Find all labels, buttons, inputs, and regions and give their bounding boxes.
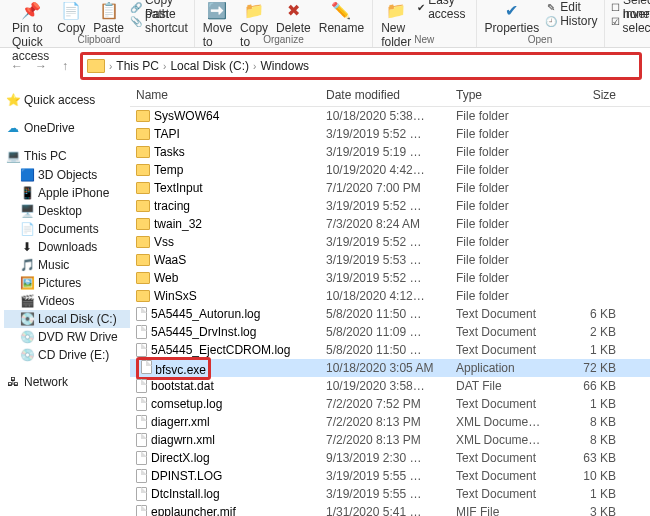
highlight-box: bfsvc.exe	[136, 357, 211, 380]
file-row[interactable]: Temp10/19/2020 4:42…File folder	[130, 161, 650, 179]
file-row[interactable]: DtcInstall.log3/19/2019 5:55 …Text Docum…	[130, 485, 650, 503]
edit-button[interactable]: ✎Edit	[545, 0, 597, 14]
properties-button[interactable]: ✔Properties	[483, 0, 542, 35]
file-name: tracing	[154, 199, 190, 213]
sidebar-item-label: 3D Objects	[38, 168, 97, 182]
file-name: DirectX.log	[151, 451, 210, 465]
breadcrumb-item[interactable]: Windows	[260, 59, 309, 73]
file-row[interactable]: TAPI3/19/2019 5:52 …File folder	[130, 125, 650, 143]
sidebar-item[interactable]: 🎬Videos	[4, 292, 130, 310]
col-date[interactable]: Date modified	[326, 88, 456, 102]
chevron-right-icon[interactable]: ›	[251, 61, 258, 72]
copy-button[interactable]: 📄Copy	[55, 0, 87, 35]
history-button[interactable]: 🕘History	[545, 14, 597, 28]
delete-button[interactable]: ✖Delete	[274, 0, 313, 35]
sidebar-item[interactable]: 🖼️Pictures	[4, 274, 130, 292]
cell-date: 5/8/2020 11:50 …	[326, 307, 456, 321]
rename-icon: ✏️	[331, 0, 351, 20]
sidebar-item[interactable]: 🟦3D Objects	[4, 166, 130, 184]
sidebar-item[interactable]: 🖥️Desktop	[4, 202, 130, 220]
file-row[interactable]: SysWOW6410/18/2020 5:38…File folder	[130, 107, 650, 125]
folder-icon	[136, 218, 150, 230]
file-row[interactable]: Tasks3/19/2019 5:19 …File folder	[130, 143, 650, 161]
sidebar-thispc[interactable]: 💻This PC	[4, 146, 130, 166]
chevron-right-icon[interactable]: ›	[107, 61, 114, 72]
file-icon	[136, 307, 147, 321]
paste-button[interactable]: 📋Paste	[91, 0, 126, 35]
file-row[interactable]: diagwrn.xml7/2/2020 8:13 PMXML Docume…8 …	[130, 431, 650, 449]
cell-type: File folder	[456, 271, 556, 285]
file-row[interactable]: twain_327/3/2020 8:24 AMFile folder	[130, 215, 650, 233]
easyaccess-icon: ✔	[417, 1, 425, 13]
cell-date: 7/2/2020 7:52 PM	[326, 397, 456, 411]
file-row[interactable]: WaaS3/19/2019 5:53 …File folder	[130, 251, 650, 269]
sidebar-item[interactable]: 📱Apple iPhone	[4, 184, 130, 202]
file-name: SysWOW64	[154, 109, 219, 123]
easyaccess-button[interactable]: ✔Easy access	[417, 0, 469, 14]
file-row[interactable]: WinSxS10/18/2020 4:12…File folder	[130, 287, 650, 305]
chevron-right-icon[interactable]: ›	[161, 61, 168, 72]
breadcrumb-item[interactable]: Local Disk (C:)	[170, 59, 249, 73]
sidebar-item[interactable]: 💽Local Disk (C:)	[4, 310, 130, 328]
forward-button[interactable]: →	[32, 57, 50, 75]
file-row[interactable]: Vss3/19/2019 5:52 …File folder	[130, 233, 650, 251]
col-size[interactable]: Size	[556, 88, 616, 102]
file-row[interactable]: 5A5445_Autorun.log5/8/2020 11:50 …Text D…	[130, 305, 650, 323]
file-row[interactable]: tracing3/19/2019 5:52 …File folder	[130, 197, 650, 215]
breadcrumb[interactable]: › This PC › Local Disk (C:) › Windows	[80, 52, 642, 80]
file-row[interactable]: Web3/19/2019 5:52 …File folder	[130, 269, 650, 287]
pasteshortcut-button[interactable]: 📎Paste shortcut	[130, 14, 188, 28]
newfolder-button[interactable]: 📁New folder	[379, 0, 413, 49]
sidebar-item[interactable]: 💿CD Drive (E:)	[4, 346, 130, 364]
sidebar-item[interactable]: ⬇Downloads	[4, 238, 130, 256]
file-row[interactable]: DirectX.log9/13/2019 2:30 …Text Document…	[130, 449, 650, 467]
file-row[interactable]: comsetup.log7/2/2020 7:52 PMText Documen…	[130, 395, 650, 413]
file-name: TAPI	[154, 127, 180, 141]
file-icon	[141, 360, 152, 374]
cell-type: Text Document	[456, 487, 556, 501]
sidebar-network[interactable]: 🖧Network	[4, 372, 130, 392]
moveto-button[interactable]: ➡️Move to	[201, 0, 234, 49]
pin-button[interactable]: 📌Pin to Quick access	[10, 0, 51, 63]
up-button[interactable]: ↑	[56, 57, 74, 75]
group-open-label: Open	[528, 34, 552, 46]
file-icon	[136, 343, 147, 357]
breadcrumb-item[interactable]: This PC	[116, 59, 159, 73]
ribbon-group-clipboard: 📌Pin to Quick access 📄Copy 📋Paste 🔗Copy …	[4, 0, 195, 47]
cell-size: 72 KB	[556, 361, 616, 375]
file-row[interactable]: TextInput7/1/2020 7:00 PMFile folder	[130, 179, 650, 197]
invert-button[interactable]: ☑Invert selection	[611, 14, 650, 28]
rename-button[interactable]: ✏️Rename	[317, 0, 366, 35]
cell-name: Vss	[136, 235, 326, 249]
sidebar-item[interactable]: 💿DVD RW Drive	[4, 328, 130, 346]
file-row[interactable]: epplauncher.mif1/31/2020 5:41 …MIF File3…	[130, 503, 650, 516]
cell-date: 1/31/2020 5:41 …	[326, 505, 456, 516]
file-row[interactable]: DPINST.LOG3/19/2019 5:55 …Text Document1…	[130, 467, 650, 485]
file-icon	[136, 433, 147, 447]
cell-type: DAT File	[456, 379, 556, 393]
paste-icon: 📋	[99, 0, 119, 20]
file-row[interactable]: bootstat.dat10/19/2020 3:58…DAT File66 K…	[130, 377, 650, 395]
file-row[interactable]: 5A5445_DrvInst.log5/8/2020 11:09 …Text D…	[130, 323, 650, 341]
cell-type: Text Document	[456, 307, 556, 321]
file-icon	[136, 451, 147, 465]
cell-size: 8 KB	[556, 415, 616, 429]
col-type[interactable]: Type	[456, 88, 556, 102]
sidebar-item[interactable]: 📄Documents	[4, 220, 130, 238]
pasteshortcut-icon: 📎	[130, 15, 142, 27]
col-name[interactable]: Name	[136, 88, 326, 102]
file-name: 5A5445_DrvInst.log	[151, 325, 256, 339]
back-button[interactable]: ←	[8, 57, 26, 75]
cell-size: 2 KB	[556, 325, 616, 339]
content: ⭐Quick access ☁OneDrive 💻This PC 🟦3D Obj…	[0, 84, 650, 516]
file-row[interactable]: bfsvc.exe10/18/2020 3:05 AMApplication72…	[130, 359, 650, 377]
properties-icon: ✔	[502, 0, 522, 20]
cell-name: tracing	[136, 199, 326, 213]
file-row[interactable]: diagerr.xml7/2/2020 8:13 PMXML Docume…8 …	[130, 413, 650, 431]
sidebar-quickaccess[interactable]: ⭐Quick access	[4, 90, 130, 110]
cell-type: Text Document	[456, 469, 556, 483]
cell-name: comsetup.log	[136, 397, 326, 411]
folder-icon	[136, 290, 150, 302]
sidebar-item[interactable]: 🎵Music	[4, 256, 130, 274]
sidebar-onedrive[interactable]: ☁OneDrive	[4, 118, 130, 138]
